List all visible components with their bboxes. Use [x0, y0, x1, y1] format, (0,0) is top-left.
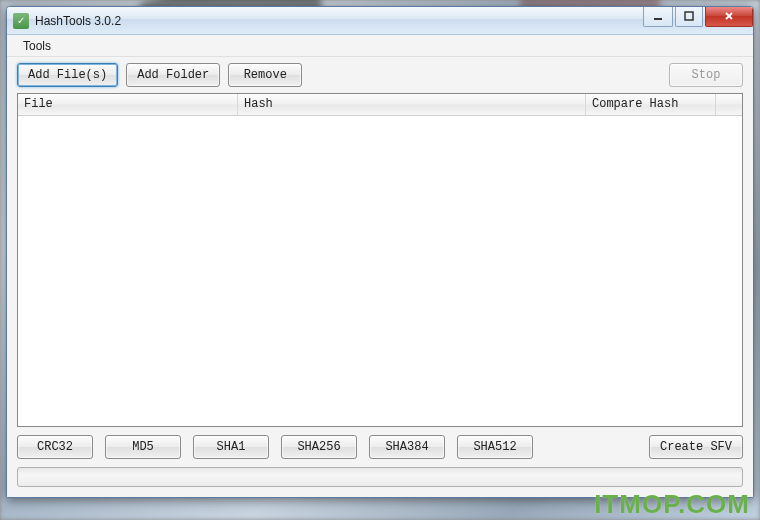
- list-body[interactable]: [18, 116, 742, 426]
- remove-button[interactable]: Remove: [228, 63, 302, 87]
- menu-tools[interactable]: Tools: [15, 37, 59, 55]
- add-folder-button[interactable]: Add Folder: [126, 63, 220, 87]
- maximize-icon: [683, 11, 695, 21]
- menubar: Tools: [7, 35, 753, 57]
- sha512-button[interactable]: SHA512: [457, 435, 533, 459]
- column-compare[interactable]: Compare Hash: [586, 94, 716, 115]
- titlebar[interactable]: HashTools 3.0.2: [7, 7, 753, 35]
- app-window: HashTools 3.0.2 Tools Add File(s) Add Fo…: [6, 6, 754, 498]
- column-tail: [716, 94, 742, 115]
- crc32-button[interactable]: CRC32: [17, 435, 93, 459]
- sha256-button[interactable]: SHA256: [281, 435, 357, 459]
- column-file[interactable]: File: [18, 94, 238, 115]
- svg-rect-0: [654, 18, 662, 20]
- column-hash[interactable]: Hash: [238, 94, 586, 115]
- progress-bar: [17, 467, 743, 487]
- sha1-button[interactable]: SHA1: [193, 435, 269, 459]
- minimize-button[interactable]: [643, 7, 673, 27]
- window-title: HashTools 3.0.2: [35, 14, 641, 28]
- hash-toolbar: CRC32 MD5 SHA1 SHA256 SHA384 SHA512 Crea…: [17, 435, 743, 459]
- top-toolbar: Add File(s) Add Folder Remove Stop: [17, 63, 743, 87]
- stop-button[interactable]: Stop: [669, 63, 743, 87]
- sha384-button[interactable]: SHA384: [369, 435, 445, 459]
- close-icon: [723, 11, 735, 21]
- file-list[interactable]: File Hash Compare Hash: [17, 93, 743, 427]
- close-button[interactable]: [705, 7, 753, 27]
- minimize-icon: [652, 11, 664, 21]
- maximize-button[interactable]: [675, 7, 703, 27]
- watermark: ITMOP.COM: [594, 489, 750, 520]
- create-sfv-button[interactable]: Create SFV: [649, 435, 743, 459]
- md5-button[interactable]: MD5: [105, 435, 181, 459]
- list-headers: File Hash Compare Hash: [18, 94, 742, 116]
- svg-rect-1: [685, 12, 693, 20]
- client-area: Add File(s) Add Folder Remove Stop File …: [7, 57, 753, 497]
- window-controls: [641, 7, 753, 27]
- app-icon: [13, 13, 29, 29]
- add-files-button[interactable]: Add File(s): [17, 63, 118, 87]
